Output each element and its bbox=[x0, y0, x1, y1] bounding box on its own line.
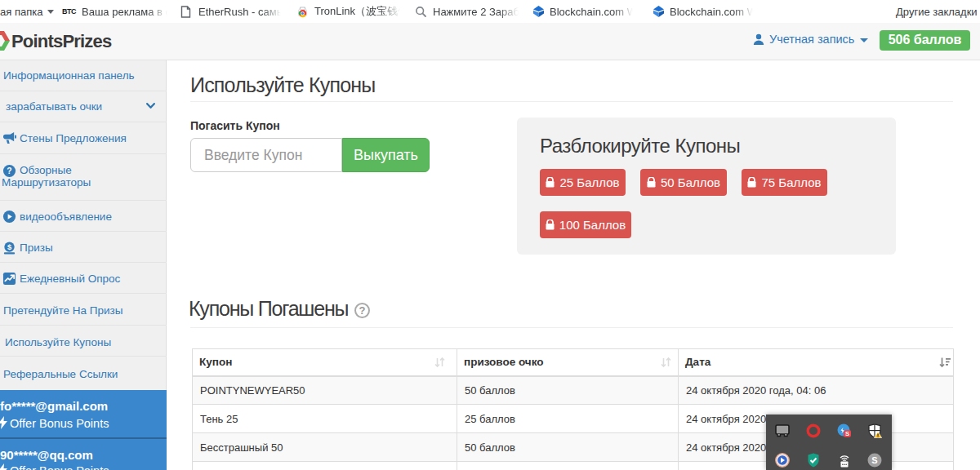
svg-text:?: ? bbox=[7, 166, 11, 175]
svg-text:S: S bbox=[845, 430, 849, 437]
svg-text:S: S bbox=[871, 455, 877, 465]
svg-text:$: $ bbox=[7, 242, 12, 251]
